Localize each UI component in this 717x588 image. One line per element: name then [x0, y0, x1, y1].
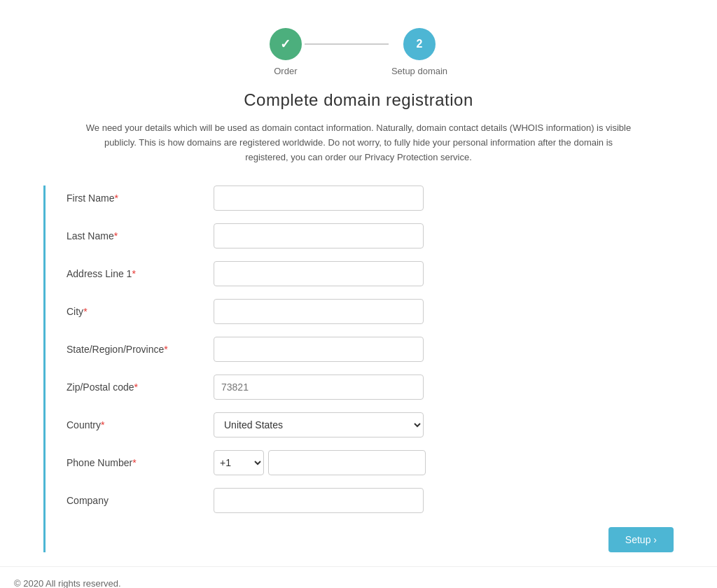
company-input[interactable]: [214, 488, 424, 513]
country-required: *: [101, 419, 104, 430]
last-name-input[interactable]: [214, 223, 424, 248]
state-input[interactable]: [214, 337, 424, 362]
step-order: ✓ Order: [270, 28, 302, 76]
page-title: Complete domain registration: [244, 90, 473, 110]
phone-number-input[interactable]: [268, 450, 426, 475]
last-name-label: Last Name*: [67, 230, 214, 241]
stepper: ✓ Order 2 Setup domain: [270, 28, 447, 76]
company-label: Company: [67, 495, 214, 506]
phone-required: *: [132, 457, 136, 468]
last-name-row: Last Name*: [67, 223, 674, 248]
form-container: First Name* Last Name* Address Line 1*: [43, 186, 674, 552]
button-row: Setup ›: [67, 527, 674, 552]
city-row: City*: [67, 299, 674, 324]
country-select[interactable]: United States Canada United Kingdom Aust…: [214, 412, 424, 438]
setup-button[interactable]: Setup ›: [608, 527, 674, 552]
form-inner: First Name* Last Name* Address Line 1*: [46, 186, 674, 552]
footer: © 2020 All rights reserved.: [0, 566, 717, 588]
address-line-1-input[interactable]: [214, 261, 424, 286]
checkmark-icon: ✓: [280, 36, 291, 52]
main-content: ✓ Order 2 Setup domain Complete domain r…: [0, 0, 717, 566]
phone-label: Phone Number*: [67, 457, 214, 468]
city-required: *: [83, 306, 87, 317]
zip-label: Zip/Postal code*: [67, 382, 214, 393]
phone-row: Phone Number* +1 +44 +61 +49 +33: [67, 450, 674, 475]
country-row: Country* United States Canada United Kin…: [67, 412, 674, 438]
first-name-row: First Name*: [67, 186, 674, 211]
step-setup-domain-circle: 2: [403, 28, 436, 60]
zip-input[interactable]: [214, 374, 424, 400]
step-connector: [305, 43, 389, 45]
step-setup-domain-label: Setup domain: [391, 66, 447, 76]
first-name-input[interactable]: [214, 186, 424, 211]
step-setup-domain-number: 2: [417, 38, 423, 50]
state-required: *: [164, 344, 167, 355]
page-description: We need your details which will be used …: [85, 121, 632, 164]
first-name-required: *: [114, 192, 118, 204]
step-setup-domain: 2 Setup domain: [391, 28, 447, 76]
city-label: City*: [67, 306, 214, 317]
address-line-1-label: Address Line 1*: [67, 268, 214, 279]
state-row: State/Region/Province*: [67, 337, 674, 362]
country-label: Country*: [67, 419, 214, 430]
zip-required: *: [134, 382, 138, 393]
last-name-required: *: [114, 230, 118, 241]
step-order-circle: ✓: [270, 28, 302, 60]
company-row: Company: [67, 488, 674, 513]
address-required: *: [132, 268, 135, 279]
city-input[interactable]: [214, 299, 424, 324]
address-line-1-row: Address Line 1*: [67, 261, 674, 286]
phone-code-select[interactable]: +1 +44 +61 +49 +33: [214, 450, 264, 475]
first-name-label: First Name*: [67, 192, 214, 204]
step-order-label: Order: [274, 66, 297, 76]
phone-input-group: +1 +44 +61 +49 +33: [214, 450, 426, 475]
copyright-text: © 2020 All rights reserved.: [14, 578, 121, 588]
state-label: State/Region/Province*: [67, 344, 214, 355]
zip-row: Zip/Postal code*: [67, 374, 674, 400]
